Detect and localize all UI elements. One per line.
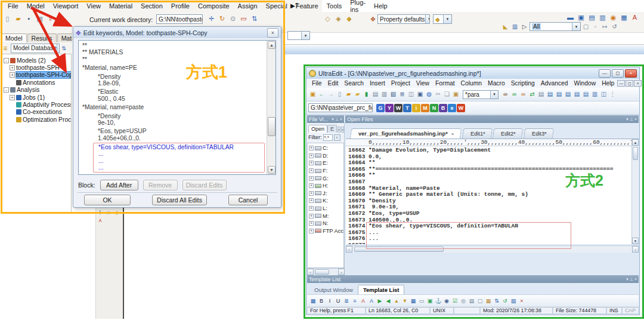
chevron-down-icon[interactable]: ▾ [572, 23, 580, 30]
menu-help[interactable]: Help [370, 2, 392, 10]
color-code-value: Property defaults [380, 16, 425, 23]
selection-filter-value: All [532, 23, 541, 30]
viewport-left-edge [123, 207, 124, 319]
undo-view-icon[interactable]: ↺ [610, 23, 619, 31]
chevron-down-icon[interactable]: ▾ [301, 32, 309, 39]
abaqus-selection-toolbar: ◣▥ ▷ All ▾ ▢▫↦↺ [501, 22, 619, 31]
method2-label: 方式2 [565, 171, 603, 190]
render-cube-combo[interactable]: ◆ ▾ [433, 14, 452, 24]
hiddenline-cube-icon[interactable]: ◈ [333, 14, 343, 23]
screenshot-canvas: { "glyphs":{"collapsed":"+","expanded":"… [0, 0, 644, 320]
datum-csys-icon[interactable]: ⋏ [96, 216, 104, 224]
selection-filter-combo[interactable]: All ▾ [530, 22, 581, 31]
chevron-down-icon[interactable]: ▾ [425, 15, 430, 23]
select-box-icon[interactable]: ▢ [581, 23, 590, 31]
color-palette-icon[interactable]: ❖ [368, 14, 378, 24]
viewport-tile-vertical-icon[interactable]: ▥ [597, 13, 608, 22]
measure-icon[interactable]: ↦ [600, 23, 609, 31]
group-select-icon[interactable]: ▫ [591, 23, 600, 31]
go-icon[interactable]: ◉ [608, 13, 618, 22]
color-code-combo[interactable]: Property defaults ▾ [377, 14, 430, 24]
cursor-icon[interactable]: ▷ [520, 23, 529, 31]
abaqus-viewport-icon-group: ▬▣▤▥◉▦A [565, 13, 640, 22]
wireframe-cube-icon[interactable]: ◇ [323, 14, 333, 23]
context-help-icon[interactable]: ▶? [290, 2, 298, 9]
shaded-cube-icon: ◆ [435, 16, 440, 23]
viewport-tile-horizontal-icon[interactable]: ▤ [587, 13, 597, 22]
abaqus-render-style-icon-group: ◇◈◆ [323, 14, 354, 23]
viewport-maximize-icon[interactable]: ▬ [565, 13, 575, 22]
viewport-grid-icon[interactable]: ▦ [619, 13, 629, 22]
viewport-toolbox-strip: ✛⋏◇⋏ [95, 207, 123, 319]
method2-highlight-box [304, 64, 644, 319]
chevron-down-icon[interactable]: ▾ [443, 15, 451, 23]
shaded-cube-icon[interactable]: ◆ [344, 14, 354, 23]
annotation-text-icon[interactable]: A [630, 13, 640, 22]
datum-plane-icon[interactable]: ◣ [501, 23, 510, 31]
menu-plug-ins[interactable]: Plug-ins [346, 0, 370, 13]
monitor-icon[interactable]: ▥ [510, 23, 519, 31]
module-combo[interactable]: ▾ [287, 31, 310, 40]
menu-tools[interactable]: Tools [323, 2, 346, 10]
method1-highlight-box [1, 1, 285, 214]
viewport-cascade-icon[interactable]: ▣ [576, 13, 586, 22]
method1-label: 方式1 [186, 61, 227, 83]
viewport-titlebar-band [285, 44, 644, 54]
